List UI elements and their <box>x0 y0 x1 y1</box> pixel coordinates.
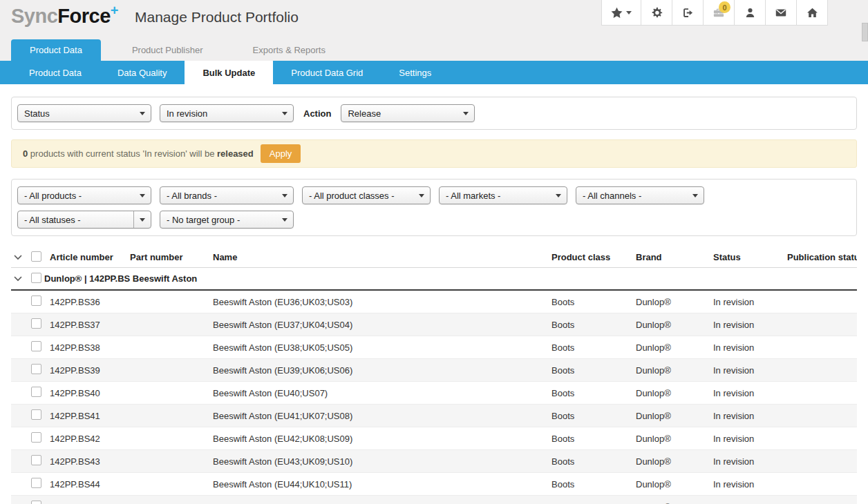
filter-markets-value: - All markets - <box>446 191 500 201</box>
home-button[interactable] <box>796 0 827 25</box>
row-checkbox[interactable] <box>31 478 41 488</box>
dropdown-caret-icon <box>687 187 698 204</box>
article-number-cell: 142PP.BS40 <box>50 388 130 398</box>
product-class-cell: Boots <box>551 456 636 467</box>
top-header: SyncForce+ Manage Product Portfolio 0 Pr… <box>0 0 868 61</box>
alert-count: 0 <box>23 148 28 159</box>
dropdown-caret-icon <box>550 187 561 204</box>
table-row: 142PP.BS45 Beeswift Aston (EU45;US12) Bo… <box>11 496 857 504</box>
filter-brands-select[interactable]: - All brands - <box>160 186 294 204</box>
products-table: Article number Part number Name Product … <box>11 247 857 504</box>
name-cell: Beeswift Aston (EU42;UK08;US09) <box>213 434 551 444</box>
dropdown-caret-icon <box>276 187 287 204</box>
dropdown-caret-icon <box>457 105 469 122</box>
group-collapse-chevron-icon[interactable] <box>14 276 30 282</box>
tab-product-data[interactable]: Product Data <box>11 39 101 61</box>
brand-cell: Dunlop® <box>636 479 713 490</box>
name-cell: Beeswift Aston (EU40;US07) <box>213 388 551 398</box>
subtab-data-quality[interactable]: Data Quality <box>100 61 185 84</box>
row-checkbox[interactable] <box>31 432 41 443</box>
subtab-bulk-update[interactable]: Bulk Update <box>185 59 273 84</box>
status-value-select[interactable]: In revision <box>160 104 294 122</box>
page-title: Manage Product Portfolio <box>135 9 299 28</box>
brand-cell: Dunlop® <box>636 456 713 467</box>
article-number-cell: 142PP.BS43 <box>50 456 130 467</box>
syncforce-logo[interactable]: SyncForce+ <box>11 6 118 28</box>
brand-cell: Dunlop® <box>636 502 713 504</box>
status-field-select[interactable]: Status <box>17 104 151 122</box>
article-number-cell: 142PP.BS41 <box>50 411 130 421</box>
filter-product-classes-select[interactable]: - All product classes - <box>302 186 431 204</box>
filter-statuses-value: - All statuses - <box>24 215 81 225</box>
row-checkbox[interactable] <box>31 455 41 465</box>
row-checkbox[interactable] <box>31 341 41 351</box>
row-checkbox[interactable] <box>31 409 41 420</box>
article-number-cell: 142PP.BS45 <box>50 502 130 504</box>
row-checkbox[interactable] <box>31 295 41 306</box>
row-checkbox[interactable] <box>31 364 41 374</box>
dropdown-caret-icon <box>134 105 145 122</box>
subtab-product-data-grid[interactable]: Product Data Grid <box>273 61 381 84</box>
status-cell: In revision <box>713 411 787 421</box>
filter-channels-value: - All channels - <box>583 191 641 201</box>
filter-target-group-value: - No target group - <box>167 215 240 225</box>
tab-exports-reports[interactable]: Exports & Reports <box>234 39 345 61</box>
logo-plus-text: + <box>111 3 118 18</box>
table-row: 142PP.BS36 Beeswift Aston (EU36;UK03;US0… <box>11 291 857 313</box>
subtab-product-data[interactable]: Product Data <box>11 61 100 84</box>
name-cell: Beeswift Aston (EU41;UK07;US08) <box>213 411 551 421</box>
filter-markets-select[interactable]: - All markets - <box>439 186 567 204</box>
product-class-cell: Boots <box>551 434 636 444</box>
favorites-button[interactable] <box>602 0 641 25</box>
name-cell: Beeswift Aston (EU44;UK10;US11) <box>213 479 551 490</box>
scrollbar-thumb[interactable] <box>862 23 868 41</box>
apply-button[interactable]: Apply <box>261 144 301 163</box>
user-icon <box>744 7 756 19</box>
table-row: 142PP.BS41 Beeswift Aston (EU41;UK07;US0… <box>11 405 857 427</box>
filter-product-classes-value: - All product classes - <box>309 191 395 201</box>
table-header-row: Article number Part number Name Product … <box>11 247 857 268</box>
sign-out-button[interactable] <box>672 0 703 25</box>
user-button[interactable] <box>734 0 765 25</box>
select-all-checkbox[interactable] <box>31 251 41 262</box>
product-class-cell: Boots <box>551 388 636 398</box>
settings-button[interactable] <box>641 0 672 25</box>
column-header-name: Name <box>213 252 551 262</box>
table-row: 142PP.BS44 Beeswift Aston (EU44;UK10;US1… <box>11 473 857 496</box>
filter-products-select[interactable]: - All products - <box>17 186 151 204</box>
status-cell: In revision <box>713 479 787 490</box>
article-number-cell: 142PP.BS37 <box>50 320 130 330</box>
row-checkbox[interactable] <box>31 501 41 504</box>
action-select[interactable]: Release <box>341 104 475 122</box>
article-number-cell: 142PP.BS42 <box>50 434 130 444</box>
brand-cell: Dunlop® <box>636 434 713 444</box>
filter-statuses-select[interactable]: - All statuses - <box>17 211 151 229</box>
status-cell: In revision <box>713 388 787 398</box>
name-cell: Beeswift Aston (EU39;UK06;US06) <box>213 365 551 376</box>
primary-tab-bar: Product Data Product Publisher Exports &… <box>11 39 357 61</box>
filter-channels-select[interactable]: - All channels - <box>576 186 704 204</box>
mail-button[interactable] <box>765 0 796 25</box>
product-class-cell: Boots <box>551 365 636 376</box>
briefcase-button[interactable]: 0 <box>703 0 734 25</box>
article-number-cell: 142PP.BS44 <box>50 479 130 490</box>
product-class-cell: Boots <box>551 297 636 307</box>
alert-emphasis: released <box>217 148 254 159</box>
collapse-all-chevron-icon[interactable] <box>14 255 30 260</box>
column-header-product-class: Product class <box>551 252 636 262</box>
name-cell: Beeswift Aston (EU36;UK03;US03) <box>213 297 551 307</box>
row-checkbox[interactable] <box>31 318 41 329</box>
bulk-update-alert: 0 products with current status 'In revis… <box>11 139 857 168</box>
article-number-cell: 142PP.BS36 <box>50 297 130 307</box>
group-checkbox[interactable] <box>31 273 41 283</box>
table-row: 142PP.BS43 Beeswift Aston (EU43;UK09;US1… <box>11 450 857 473</box>
row-checkbox[interactable] <box>31 387 41 397</box>
tab-product-publisher[interactable]: Product Publisher <box>113 39 222 61</box>
article-number-cell: 142PP.BS39 <box>50 365 130 376</box>
gear-icon <box>651 7 663 19</box>
column-header-brand: Brand <box>636 252 713 262</box>
subtab-settings[interactable]: Settings <box>381 61 449 84</box>
dropdown-caret-icon <box>133 211 145 228</box>
filter-target-group-select[interactable]: - No target group - <box>160 211 294 229</box>
table-row: 142PP.BS38 Beeswift Aston (EU38;UK05;US0… <box>11 336 857 359</box>
